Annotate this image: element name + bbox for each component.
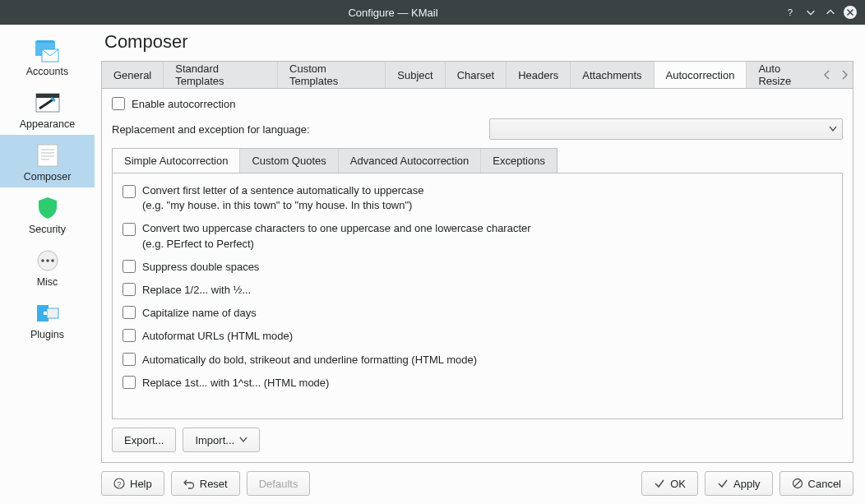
export-button[interactable]: Export... xyxy=(112,428,176,452)
svg-point-13 xyxy=(46,259,49,262)
tab-subject[interactable]: Subject xyxy=(386,62,445,88)
defaults-button[interactable]: Defaults xyxy=(247,471,311,496)
subtab-exceptions[interactable]: Exceptions xyxy=(481,149,557,173)
cancel-button[interactable]: Cancel xyxy=(779,471,853,496)
appearance-icon xyxy=(35,89,61,117)
subtabs: Simple Autocorrection Custom Quotes Adva… xyxy=(112,148,557,173)
sidebar-item-accounts[interactable]: Accounts xyxy=(0,30,95,82)
help-titlebar-button[interactable]: ? xyxy=(783,4,799,21)
replace-half-checkbox[interactable] xyxy=(123,283,136,296)
replace-1st-checkbox[interactable] xyxy=(123,376,136,389)
convert-two-uppercase-label: Convert two uppercase characters to one … xyxy=(142,221,531,251)
window-title: Configure — KMail xyxy=(7,7,779,19)
subtab-advanced[interactable]: Advanced Autocorrection xyxy=(339,149,482,173)
capitalize-days-checkbox[interactable] xyxy=(123,306,136,319)
sidebar-item-appearance[interactable]: Appearance xyxy=(0,82,95,135)
undo-icon xyxy=(183,478,195,489)
help-icon: ? xyxy=(113,478,125,489)
replace-1st-label: Replace 1st... with 1^st... (HTML mode) xyxy=(142,376,329,391)
autoformat-urls-checkbox[interactable] xyxy=(123,329,136,342)
dialog-footer: ? Help Reset Defaults OK xyxy=(101,471,853,496)
maximize-button[interactable] xyxy=(822,4,839,21)
svg-point-14 xyxy=(51,259,54,262)
enable-autocorrection-checkbox[interactable] xyxy=(112,97,125,110)
import-button[interactable]: Import... xyxy=(183,428,260,452)
sidebar-item-label: Security xyxy=(29,224,66,235)
suppress-double-spaces-label: Suppress double spaces xyxy=(142,260,259,275)
chevron-down-icon xyxy=(829,126,837,132)
svg-rect-5 xyxy=(36,94,59,98)
suppress-double-spaces-checkbox[interactable] xyxy=(123,260,136,273)
reset-button[interactable]: Reset xyxy=(171,471,240,496)
tab-attachments[interactable]: Attachments xyxy=(571,62,654,88)
svg-rect-6 xyxy=(38,145,58,166)
tab-scroll-right[interactable] xyxy=(835,62,853,88)
cancel-icon xyxy=(792,478,803,489)
subtab-custom-quotes[interactable]: Custom Quotes xyxy=(240,149,338,173)
tab-headers[interactable]: Headers xyxy=(507,62,571,88)
language-label: Replacement and exception for language: xyxy=(112,123,326,136)
check-icon xyxy=(654,478,665,489)
svg-rect-16 xyxy=(47,308,58,318)
check-icon xyxy=(717,478,729,489)
autoformat-urls-label: Autoformat URLs (HTML mode) xyxy=(142,329,293,344)
tab-custom-templates[interactable]: Custom Templates xyxy=(278,62,386,88)
sidebar-item-plugins[interactable]: Plugins xyxy=(0,293,95,345)
help-button[interactable]: ? Help xyxy=(101,471,164,496)
main-panel: Composer General Standard Templates Cust… xyxy=(95,25,865,504)
tabbar: General Standard Templates Custom Templa… xyxy=(101,61,853,89)
tab-charset[interactable]: Charset xyxy=(446,62,507,88)
tab-scroll-left[interactable] xyxy=(818,62,835,88)
tab-auto-resize[interactable]: Auto Resize xyxy=(747,62,818,88)
tab-standard-templates[interactable]: Standard Templates xyxy=(164,62,278,88)
misc-icon xyxy=(36,247,59,275)
sidebar-item-label: Appearance xyxy=(20,118,75,130)
convert-two-uppercase-checkbox[interactable] xyxy=(123,223,136,236)
svg-text:?: ? xyxy=(788,7,793,17)
subtab-simple[interactable]: Simple Autocorrection xyxy=(113,149,240,173)
simple-autocorrection-pane: Convert first letter of a sentence autom… xyxy=(112,173,843,419)
sidebar: Accounts Appearance Composer Security Mi… xyxy=(0,25,95,504)
auto-bold-checkbox[interactable] xyxy=(123,353,136,366)
convert-first-letter-label: Convert first letter of a sentence autom… xyxy=(142,183,424,213)
svg-text:?: ? xyxy=(117,480,121,488)
accounts-icon xyxy=(35,36,61,64)
apply-button[interactable]: Apply xyxy=(705,471,773,496)
sidebar-item-security[interactable]: Security xyxy=(0,187,95,240)
ok-button[interactable]: OK xyxy=(641,471,698,496)
tab-general[interactable]: General xyxy=(102,62,164,88)
autocorrection-pane: Enable autocorrection Replacement and ex… xyxy=(101,89,853,463)
svg-point-12 xyxy=(41,259,44,262)
tab-autocorrection[interactable]: Autocorrection xyxy=(655,61,747,88)
auto-bold-label: Automatically do bold, strikeout and und… xyxy=(142,353,477,368)
sidebar-item-composer[interactable]: Composer xyxy=(0,135,95,187)
convert-first-letter-checkbox[interactable] xyxy=(123,185,136,198)
composer-icon xyxy=(36,141,59,169)
page-title: Composer xyxy=(104,31,853,53)
plugins-icon xyxy=(35,299,60,327)
titlebar: Configure — KMail ? xyxy=(0,0,865,25)
sidebar-item-label: Composer xyxy=(24,171,72,183)
minimize-button[interactable] xyxy=(803,4,819,21)
sidebar-item-label: Accounts xyxy=(26,66,68,77)
enable-autocorrection-label: Enable autocorrection xyxy=(132,98,235,110)
capitalize-days-label: Capitalize name of days xyxy=(142,306,257,321)
sidebar-item-label: Misc xyxy=(37,276,58,288)
language-select[interactable] xyxy=(489,118,843,140)
shield-icon xyxy=(37,194,58,222)
svg-line-20 xyxy=(794,480,801,487)
sidebar-item-misc[interactable]: Misc xyxy=(0,240,95,293)
replace-half-label: Replace 1/2... with ½... xyxy=(142,283,251,298)
chevron-down-icon xyxy=(239,437,247,443)
close-button[interactable] xyxy=(842,4,858,21)
sidebar-item-label: Plugins xyxy=(30,329,64,340)
